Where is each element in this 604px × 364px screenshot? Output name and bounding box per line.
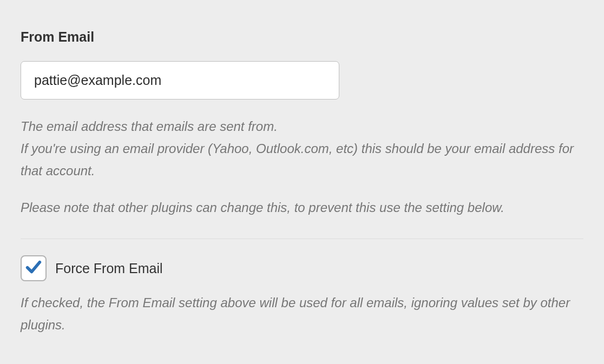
help-line-3: Please note that other plugins can chang… xyxy=(21,197,583,219)
from-email-section: From Email The email address that emails… xyxy=(21,29,583,336)
from-email-help: The email address that emails are sent f… xyxy=(21,116,583,219)
section-title: From Email xyxy=(21,29,583,45)
force-from-email-label: Force From Email xyxy=(55,261,163,276)
force-from-email-checkbox[interactable] xyxy=(21,255,47,281)
force-from-email-help: If checked, the From Email setting above… xyxy=(21,292,583,336)
help-line-2: If you're using an email provider (Yahoo… xyxy=(21,138,583,182)
force-from-email-row: Force From Email xyxy=(21,255,583,281)
checkmark-icon xyxy=(24,258,43,279)
help-line-1: The email address that emails are sent f… xyxy=(21,116,583,138)
from-email-input[interactable] xyxy=(21,61,339,100)
divider xyxy=(21,239,583,239)
